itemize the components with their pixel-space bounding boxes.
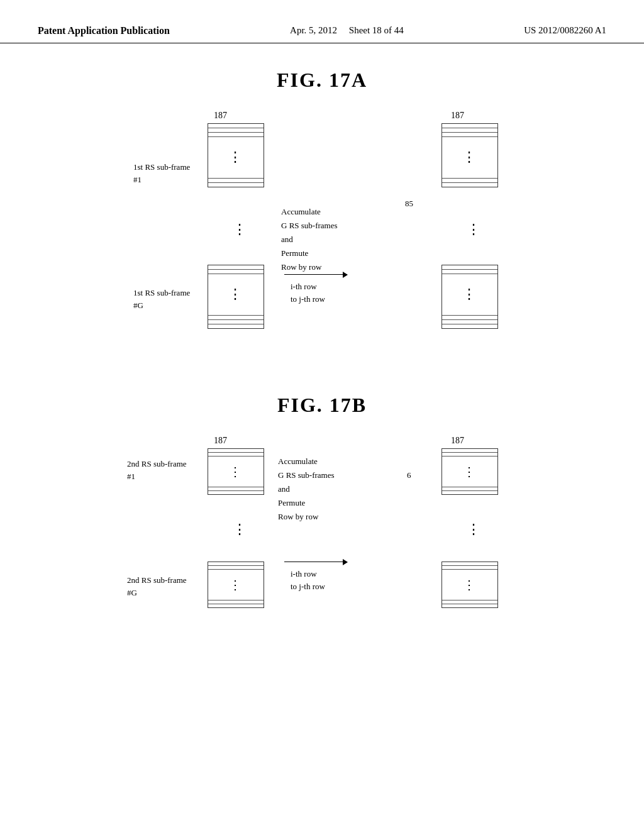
fig17b-right-bottom-box: ⋮ [441, 562, 498, 608]
fig17b-arrow [284, 562, 347, 562]
fig17b-label-6: 6 [407, 470, 411, 480]
header-left-title: Patent Application Publication [38, 25, 170, 36]
content: FIG. 17A 187 187 1st RS sub-frame #1 1st… [0, 43, 644, 668]
fig-17b-title: FIG. 17B [38, 394, 606, 417]
fig17a-right-top-box: ⋮ [441, 123, 498, 187]
header-patent-number: US 2012/0082260 A1 [524, 25, 606, 36]
fig17b-right-187-label: 187 [451, 436, 464, 446]
header-sheet: Sheet 18 of 44 [349, 25, 404, 35]
fig17a-middle-text: Accumulate G RS sub-frames and Permute R… [281, 205, 338, 274]
fig17a-label-85: 85 [405, 199, 413, 209]
fig-17a-title: FIG. 17A [38, 69, 606, 92]
fig17b-label-2nd-rs-G: 2nd RS sub-frame #G [127, 574, 187, 599]
fig17b-arrow-label: i-th row to j-th row [291, 568, 325, 592]
fig17a-right-middle-dots: ⋮ [467, 221, 480, 239]
fig17a-right-187-label: 187 [451, 111, 464, 121]
header-center: Apr. 5, 2012 Sheet 18 of 44 [290, 25, 404, 36]
fig17a-arrow-label: i-th row to j-th row [291, 280, 325, 305]
header-date: Apr. 5, 2012 [290, 25, 337, 35]
fig17a-left-187-label: 187 [214, 111, 227, 121]
fig17a-arrow [284, 274, 347, 275]
fig17b-right-top-box: ⋮ [441, 448, 498, 495]
fig17a-label-1st-rs-1: 1st RS sub-frame #1 [133, 161, 190, 185]
fig17b-left-bottom-box: ⋮ [208, 562, 264, 608]
fig17b-left-middle-dots: ⋮ [233, 521, 247, 539]
fig17a-right-bottom-box: ⋮ [441, 265, 498, 329]
fig17a-label-1st-rs-G: 1st RS sub-frame #G [133, 287, 190, 311]
fig17b-label-2nd-rs-1: 2nd RS sub-frame #1 [127, 458, 187, 482]
header: Patent Application Publication Apr. 5, 2… [0, 0, 644, 43]
fig17b-middle-text: Accumulate G RS sub-frames and Permute R… [278, 455, 335, 524]
fig17a-left-bottom-box: ⋮ [208, 265, 264, 329]
fig17a-left-middle-dots: ⋮ [233, 221, 247, 239]
fig17b-left-187-label: 187 [214, 436, 227, 446]
fig17b-right-middle-dots: ⋮ [467, 521, 480, 539]
fig17b-left-top-box: ⋮ [208, 448, 264, 495]
fig17a-left-top-box: ⋮ [208, 123, 264, 187]
